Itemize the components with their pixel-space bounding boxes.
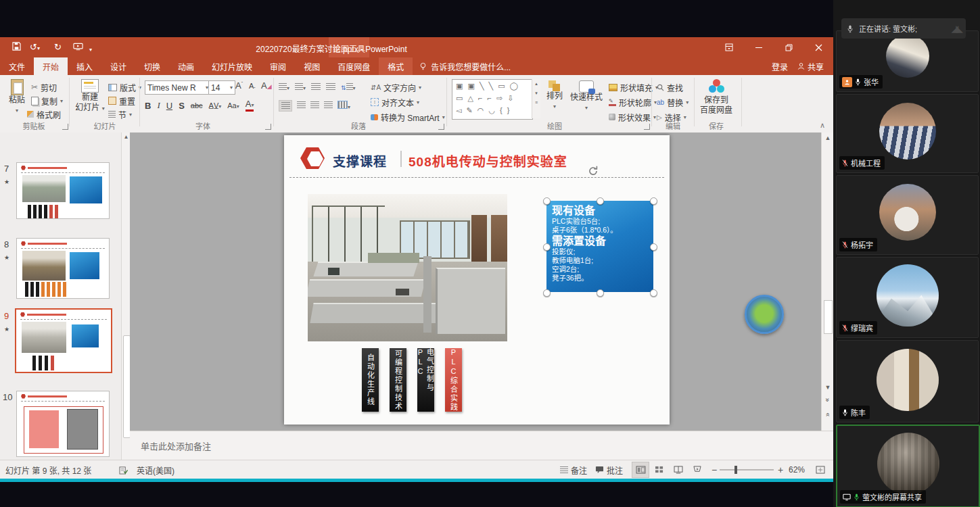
font-dialog-launcher[interactable] [265,124,271,130]
columns-button[interactable]: ▾ [337,101,350,111]
tab-slideshow[interactable]: 幻灯片放映 [203,57,261,75]
italic-button[interactable]: I [157,100,160,111]
shape-effects-button[interactable]: 形状效果▾ [609,111,656,123]
underline-button[interactable]: U [166,101,172,111]
save-to-baidu-button[interactable]: 保存到 百度网盘 [697,79,736,116]
comments-toggle[interactable]: 批注 [595,460,623,479]
equipment-textbox[interactable]: 现有设备 PLC实验台5台; 桌子6张（1.8*0.6）。 需添置设备 投影仪;… [546,201,653,292]
previous-slide-button[interactable]: » [822,396,833,404]
resize-handle[interactable] [650,243,657,251]
participant-tile[interactable]: 陈丰 [836,340,979,422]
collapse-ribbon-icon[interactable]: ∧ [820,121,825,130]
tab-file[interactable]: 文件 [0,57,34,75]
rotate-handle-icon[interactable] [587,165,599,180]
scroll-down-icon[interactable]: ▼ [822,384,833,391]
sign-in-link[interactable]: 登录 [772,61,788,72]
align-center-button[interactable] [297,101,306,110]
zoom-level[interactable]: 62% [789,460,805,479]
participant-tile[interactable]: 张华 [836,30,979,92]
zoom-out-button[interactable]: − [711,460,717,479]
course-bar[interactable]: 可编程控制技术 [390,348,406,412]
next-slide-button[interactable]: » [822,411,833,418]
slide-thumbnail-8[interactable] [16,238,110,299]
slide-scrollbar[interactable]: ▲ ▼ » » [821,132,833,431]
resize-handle[interactable] [543,197,551,205]
quick-styles-button[interactable]: 快速样式▾ [568,80,605,113]
clear-formatting-button[interactable]: A◢ [261,80,272,91]
reading-view-button[interactable] [670,462,687,478]
course-bar-highlight[interactable]: PLC综合实践 [445,348,462,412]
notes-pane[interactable]: 单击此处添加备注 [130,431,833,460]
slide-thumbnail-9-selected[interactable] [15,308,112,373]
tab-baidu-netdisk[interactable]: 百度网盘 [329,57,379,75]
participant-tile[interactable]: 缪瑞宾 [836,257,979,338]
cut-button[interactable]: ✂剪切 [31,81,57,93]
placeholder-selection-border[interactable] [289,177,664,178]
align-left-button[interactable] [279,100,292,112]
bold-button[interactable]: B [145,101,151,111]
shape-outline-button[interactable]: ✎形状轮廓▾ [609,96,657,108]
strikethrough-button[interactable]: abc [191,101,203,110]
resize-handle[interactable] [650,289,657,297]
participant-tile-screen-sharer[interactable]: 萤文彬的屏幕共享 [836,425,980,507]
participant-tile[interactable]: 机械工程 [836,94,979,173]
tab-home[interactable]: 开始 [34,57,68,75]
bullets-button[interactable]: ▾ [279,82,289,92]
tab-animations[interactable]: 动画 [169,57,203,75]
shapes-gallery[interactable]: ▣ ▣ ╲ ╲ ▭ ◯ ▭ △ ⌐ ⌐ ⇨ ⇩ ◅ ✎ ◠ ◡ { } [452,79,533,120]
clipboard-dialog-launcher[interactable] [62,124,68,130]
new-slide-button[interactable]: 新建 幻灯片 ▾ [74,79,106,114]
restore-icon[interactable] [774,37,803,57]
close-icon[interactable] [803,37,833,57]
fit-to-window-button[interactable] [812,462,829,478]
zoom-in-button[interactable]: + [778,460,783,479]
tab-transitions[interactable]: 切换 [135,57,169,75]
shapes-gallery-scrollbar[interactable]: ▴▾≡ [532,79,540,118]
tab-review[interactable]: 审阅 [261,57,295,75]
reset-button[interactable]: 重置 [108,95,135,107]
spellcheck-icon[interactable] [119,460,128,479]
paste-button[interactable]: 粘贴▾ [5,79,28,116]
find-button[interactable]: 查找 [657,81,683,93]
layout-button[interactable]: 版式▾ [108,81,141,93]
text-direction-button[interactable]: ⇵A文字方向▾ [371,81,421,93]
resize-handle[interactable] [597,289,604,297]
tell-me-box[interactable]: 告诉我您想要做什么... [413,57,517,75]
shrink-font-button[interactable]: Aˇ [249,82,256,91]
language-indicator[interactable]: 英语(美国) [137,460,174,479]
minimize-icon[interactable] [744,37,774,57]
participant-tile[interactable]: 杨拓宇 [836,175,979,255]
notes-toggle[interactable]: 备注 [560,460,587,479]
grow-font-button[interactable]: Aˆ [235,80,243,91]
resize-handle[interactable] [543,243,551,251]
thumbnail-scrollbar[interactable]: ▲ [121,132,131,460]
normal-view-button[interactable] [632,462,649,478]
increase-indent-button[interactable] [326,82,335,92]
paragraph-dialog-launcher[interactable] [438,124,444,130]
character-spacing-button[interactable]: A̲V̲▾ [209,101,222,110]
section-button[interactable]: 节▾ [108,108,132,120]
arrange-button[interactable]: 排列▾ [544,80,565,112]
course-bar[interactable]: 电气控制与PLC [417,348,434,412]
align-right-button[interactable] [310,101,319,110]
resize-handle[interactable] [543,289,551,297]
tab-format[interactable]: 格式 [379,57,413,75]
ribbon-display-options-icon[interactable] [714,37,744,57]
slide-sorter-view-button[interactable] [651,462,668,478]
slide-9[interactable]: 支撑课程 508机电传动与控制实验室 [284,135,670,425]
decrease-indent-button[interactable] [311,82,321,92]
font-size-combo[interactable]: 14▾ [208,80,235,95]
share-button[interactable]: 共享 [797,61,824,72]
scrollbar-thumb[interactable] [824,300,833,334]
tab-insert[interactable]: 插入 [68,57,101,75]
slide-thumbnail-7[interactable] [16,162,110,219]
tab-design[interactable]: 设计 [101,57,135,75]
justify-button[interactable] [324,101,333,110]
numbering-button[interactable]: ▾ [295,82,306,92]
floating-webcam-bubble[interactable] [745,295,784,334]
zoom-slider-track[interactable] [720,469,774,470]
font-color-button[interactable]: A▾ [246,100,254,112]
zoom-slider-thumb[interactable] [734,466,737,474]
replace-button[interactable]: ab替换▾ [657,96,689,108]
course-bar[interactable]: 自动化生产线 [362,348,379,412]
